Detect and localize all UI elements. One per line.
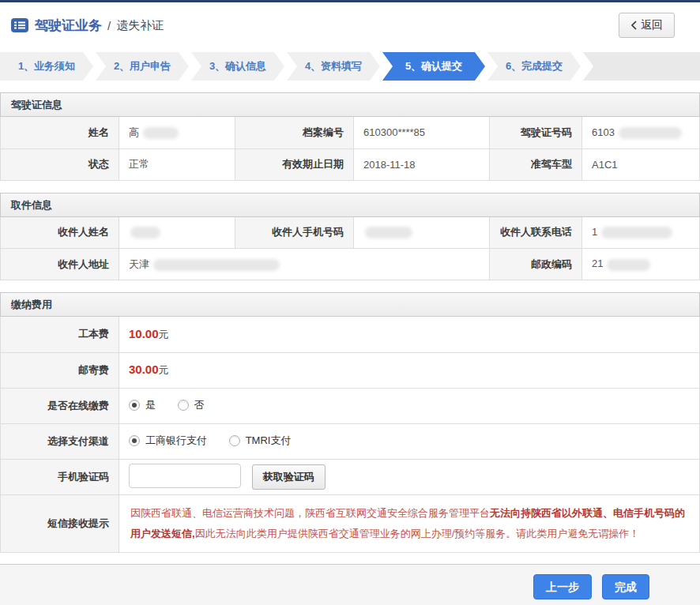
- radio-online-pay-yes[interactable]: 是: [129, 398, 156, 412]
- pickup-info-section-title: 取件信息: [0, 193, 700, 217]
- table-row: 短信接收提示 因陕西省联通、电信运营商技术问题，陕西省互联网交通安全综合服务管理…: [1, 494, 700, 552]
- recipient-address-label: 收件人地址: [1, 249, 119, 280]
- sms-code-input[interactable]: [129, 464, 241, 488]
- radio-label: TMRI支付: [246, 434, 292, 448]
- chevron-left-icon: [630, 21, 637, 30]
- step-bar-filler: [583, 52, 700, 81]
- sms-notice-cell: 因陕西省联通、电信运营商技术问题，陕西省互联网交通安全综合服务管理平台无法向持陕…: [119, 494, 700, 552]
- table-row: 状态 正常 有效期止日期 2018-11-18 准驾车型 A1C1: [1, 148, 700, 180]
- table-row: 手机验证码 获取验证码: [1, 459, 700, 494]
- work-fee-value: 10.00元: [119, 317, 700, 352]
- step-6-complete-submit[interactable]: 6、完成提交: [487, 52, 581, 81]
- footer-action-bar: 上一步 完成: [0, 564, 700, 605]
- pickup-info-section: 取件信息 收件人姓名 收件人手机号码 收件人联系电话 1 收件人地址 天津 邮政…: [0, 193, 700, 281]
- payment-table: 工本费 10.00元 邮寄费 30.00元 是否在线缴费 是 否 选择支付渠道 …: [0, 317, 700, 553]
- name-label: 姓名: [1, 117, 119, 148]
- vehicle-class-label: 准驾车型: [490, 148, 582, 180]
- breadcrumb-separator: /: [107, 19, 111, 32]
- previous-step-button[interactable]: 上一步: [533, 574, 592, 599]
- redacted-value: [143, 127, 179, 139]
- redacted-value: [607, 259, 650, 271]
- license-number-label: 驾驶证号码: [490, 117, 582, 148]
- mail-fee-label: 邮寄费: [1, 352, 119, 388]
- finish-button[interactable]: 完成: [602, 574, 649, 599]
- payment-section-title: 缴纳费用: [0, 292, 700, 317]
- pay-channel-label: 选择支付渠道: [1, 423, 119, 459]
- status-label: 状态: [1, 148, 119, 180]
- file-number-value: 610300****85: [354, 117, 490, 148]
- redacted-value: [130, 227, 160, 239]
- get-sms-code-button[interactable]: 获取验证码: [252, 464, 326, 490]
- back-button[interactable]: 返回: [619, 13, 675, 38]
- table-row: 工本费 10.00元: [1, 317, 700, 352]
- recipient-mobile-value: [354, 217, 490, 249]
- recipient-name-value: [119, 217, 235, 249]
- online-pay-options: 是 否: [119, 388, 700, 423]
- license-info-section: 驾驶证信息 姓名 高 档案编号 610300****85 驾驶证号码 6103 …: [0, 92, 700, 181]
- table-row: 收件人地址 天津 邮政编码 21: [1, 249, 700, 280]
- page-header: 驾驶证业务 / 遗失补证 返回: [0, 2, 700, 47]
- postal-code-label: 邮政编码: [490, 249, 582, 280]
- step-4-fill-data[interactable]: 4、资料填写: [287, 52, 380, 81]
- recipient-name-label: 收件人姓名: [1, 217, 119, 249]
- table-row: 选择支付渠道 工商银行支付 TMRI支付: [1, 423, 700, 459]
- radio-unselected-icon: [178, 400, 189, 411]
- table-row: 邮寄费 30.00元: [1, 352, 700, 388]
- list-document-icon: [11, 18, 28, 32]
- radio-label: 是: [145, 398, 156, 412]
- step-3-confirm-info[interactable]: 3、确认信息: [191, 52, 284, 81]
- work-fee-label: 工本费: [1, 317, 119, 352]
- table-row: 是否在线缴费 是 否: [1, 388, 700, 423]
- table-row: 姓名 高 档案编号 610300****85 驾驶证号码 6103: [1, 117, 700, 148]
- radio-online-pay-no[interactable]: 否: [178, 398, 205, 412]
- sms-notice-text: 因陕西省联通、电信运营商技术问题，陕西省互联网交通安全综合服务管理平台无法向持陕…: [130, 503, 688, 544]
- table-row: 收件人姓名 收件人手机号码 收件人联系电话 1: [1, 217, 700, 249]
- page-title: 驾驶证业务: [35, 17, 102, 35]
- status-value: 正常: [119, 148, 235, 180]
- valid-until-value: 2018-11-18: [354, 148, 490, 180]
- postal-code-value: 21: [582, 249, 700, 280]
- step-2-user-declaration[interactable]: 2、用户申告: [96, 52, 189, 81]
- valid-until-label: 有效期止日期: [235, 148, 354, 180]
- license-info-table: 姓名 高 档案编号 610300****85 驾驶证号码 6103 状态 正常 …: [0, 117, 700, 181]
- radio-channel-tmri[interactable]: TMRI支付: [229, 434, 292, 448]
- license-info-section-title: 驾驶证信息: [0, 92, 700, 117]
- sms-code-label: 手机验证码: [1, 459, 119, 494]
- radio-label: 否: [194, 398, 205, 412]
- mail-fee-value: 30.00元: [119, 352, 700, 388]
- recipient-mobile-label: 收件人手机号码: [235, 217, 354, 249]
- payment-section: 缴纳费用 工本费 10.00元 邮寄费 30.00元 是否在线缴费 是 否 选择…: [0, 292, 700, 553]
- redacted-value: [365, 227, 412, 239]
- online-pay-label: 是否在线缴费: [1, 388, 119, 423]
- step-wizard: 1、业务须知 2、用户申告 3、确认信息 4、资料填写 5、确认提交 6、完成提…: [0, 52, 700, 81]
- radio-channel-icbc[interactable]: 工商银行支付: [129, 434, 207, 448]
- name-value: 高: [119, 117, 235, 148]
- license-number-value: 6103: [582, 117, 700, 148]
- redacted-value: [619, 127, 682, 139]
- pay-channel-options: 工商银行支付 TMRI支付: [119, 423, 700, 459]
- pickup-info-table: 收件人姓名 收件人手机号码 收件人联系电话 1 收件人地址 天津 邮政编码 21: [0, 217, 700, 281]
- breadcrumb-current: 遗失补证: [116, 18, 164, 33]
- sms-code-cell: 获取验证码: [119, 459, 700, 494]
- recipient-address-value: 天津: [119, 249, 490, 280]
- redacted-value: [153, 259, 280, 271]
- back-button-label: 返回: [641, 18, 663, 32]
- radio-label: 工商银行支付: [145, 434, 207, 448]
- sms-notice-label: 短信接收提示: [1, 494, 119, 552]
- step-1-business-notice[interactable]: 1、业务须知: [0, 52, 93, 81]
- radio-unselected-icon: [229, 435, 240, 446]
- radio-selected-icon: [129, 435, 140, 446]
- redacted-value: [601, 227, 672, 239]
- recipient-phone-label: 收件人联系电话: [490, 217, 582, 249]
- vehicle-class-value: A1C1: [582, 148, 700, 180]
- recipient-phone-value: 1: [582, 217, 700, 249]
- radio-selected-icon: [129, 400, 140, 411]
- file-number-label: 档案编号: [235, 117, 354, 148]
- step-5-confirm-submit-active[interactable]: 5、确认提交: [382, 52, 485, 81]
